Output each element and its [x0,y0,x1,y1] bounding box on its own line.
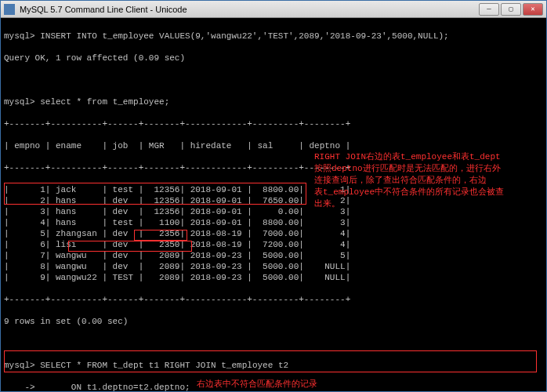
titlebar: MySQL 5.7 Command Line Client - Unicode … [1,1,546,18]
minimize-button[interactable]: — [479,3,499,16]
app-icon [4,4,15,15]
terminal[interactable]: INSERT INTO t_employee VALUES(9,'wangwu2… [1,18,546,392]
sql-insert: INSERT INTO t_employee VALUES(9,'wangwu2… [4,31,543,42]
table-row: | 5| zhangsan | dev | 2356| 2018-08-19 |… [4,228,543,239]
table-row: | 9| wangwu22 | TEST | 2089| 2018-09-23 … [4,272,543,283]
window-controls: — ▢ ✕ [479,3,543,16]
close-button[interactable]: ✕ [523,3,543,16]
sql-select1: select * from t_employee; [4,96,543,107]
table-row: | 7| wangwu | dev | 2089| 2018-09-23 | 5… [4,250,543,261]
maximize-button[interactable]: ▢ [501,3,521,16]
annotation-right: RIGHT JOIN右边的表t_employee和表t_dept 按照deptn… [314,151,542,210]
table1-header: | empno | ename | job | MGR | hiredate |… [4,140,543,151]
table-row: | 4| hans | test | 1100| 2018-09-01 | 88… [4,217,543,228]
annotation-bottom: 右边表中不符合匹配条件的记录 [197,379,317,390]
app-window: MySQL 5.7 Command Line Client - Unicode … [0,0,547,392]
insert-result: Query OK, 1 row affected (0.09 sec) [4,53,543,64]
table1-border: +-------+----------+------+-------+-----… [4,118,543,129]
table-row: | 6| lisi | dev | 2350| 2018-08-19 | 720… [4,239,543,250]
sql-select2-line1: SELECT * FROM t_dept t1 RIGHT JOIN t_emp… [4,360,543,371]
window-title: MySQL 5.7 Command Line Client - Unicode [20,5,479,14]
table1-footer: 9 rows in set (0.00 sec) [4,316,543,327]
table-row: | 8| wangwu | dev | 2089| 2018-09-23 | 5… [4,261,543,272]
